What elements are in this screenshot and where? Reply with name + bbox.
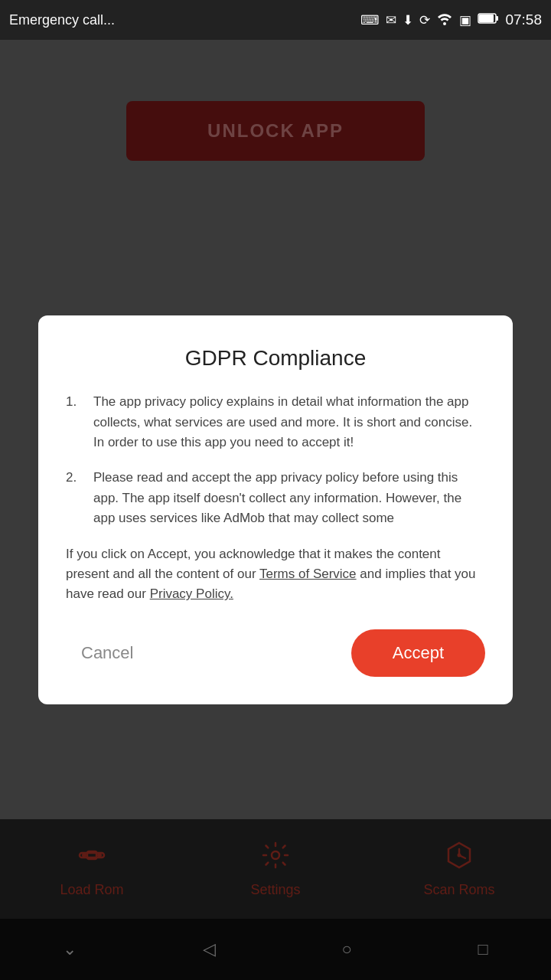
gdpr-dialog: GDPR Compliance 1. The app privacy polic… [38,315,513,704]
sim-icon: ▣ [459,12,471,28]
cancel-button[interactable]: Cancel [66,632,148,674]
status-bar: Emergency call... ⌨ ✉ ⬇ ⟳ ▣ 07:58 [0,0,551,40]
list-text-2: Please read and accept the app privacy p… [93,468,485,528]
tos-link[interactable]: Terms of Service [259,567,357,581]
svg-rect-1 [496,16,498,21]
download-icon: ⬇ [403,12,413,28]
list-number-2: 2. [66,468,84,528]
list-item-2: 2. Please read and accept the app privac… [66,468,485,528]
keyboard-icon: ⌨ [360,12,380,28]
email-icon: ✉ [386,12,396,28]
list-number-1: 1. [66,392,84,452]
list-item-1: 1. The app privacy policy explains in de… [66,392,485,452]
dialog-body: 1. The app privacy policy explains in de… [66,392,485,604]
wifi-icon [436,11,453,29]
status-title: Emergency call... [9,12,115,28]
privacy-policy-link[interactable]: Privacy Policy. [150,586,233,601]
modal-overlay: GDPR Compliance 1. The app privacy polic… [0,40,551,980]
accept-button[interactable]: Accept [351,629,485,677]
svg-rect-2 [479,15,494,22]
status-time: 07:58 [505,11,542,28]
dialog-title: GDPR Compliance [66,346,485,371]
dialog-list: 1. The app privacy policy explains in de… [66,392,485,528]
dialog-paragraph: If you click on Accept, you acknowledge … [66,544,485,605]
list-text-1: The app privacy policy explains in detai… [93,392,485,452]
dialog-actions: Cancel Accept [66,629,485,677]
status-icons: ⌨ ✉ ⬇ ⟳ ▣ 07:58 [360,11,542,29]
rotate-icon: ⟳ [419,12,430,28]
battery-icon [478,12,499,28]
